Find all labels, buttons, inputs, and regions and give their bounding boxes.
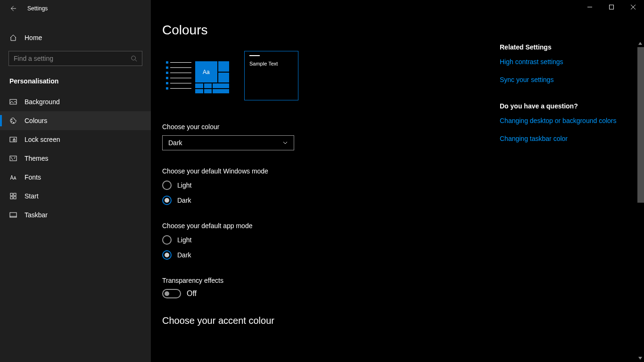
windows-mode-dark[interactable]: Dark — [162, 196, 500, 205]
app-mode-label: Choose your default app mode — [162, 222, 500, 230]
nav-home-label: Home — [25, 34, 42, 41]
right-panel: Related Settings High contrast settings … — [500, 0, 632, 362]
link-sync-settings[interactable]: Sync your settings — [500, 75, 618, 85]
nav-list: Background Colours Lock screen Themes Fo… — [0, 92, 151, 224]
palette-icon — [9, 117, 17, 124]
svg-point-0 — [132, 56, 136, 60]
chevron-down-icon — [638, 356, 643, 361]
windows-mode-label: Choose your default Windows mode — [162, 167, 500, 175]
scroll-up-button[interactable] — [636, 40, 644, 47]
scroll-down-button[interactable] — [636, 354, 644, 362]
link-changing-bg[interactable]: Changing desktop or background colors — [500, 116, 618, 126]
nav-item-start[interactable]: Start — [0, 187, 151, 206]
main: Colours Aa — [151, 0, 644, 362]
picture-icon — [9, 98, 17, 106]
svg-rect-6 — [13, 140, 15, 141]
transparency-toggle-row: Off — [162, 289, 500, 298]
preview-window-tile: Sample Text — [244, 51, 298, 100]
nav-item-lockscreen[interactable]: Lock screen — [0, 130, 151, 149]
nav-item-fonts[interactable]: Fonts — [0, 168, 151, 187]
transparency-label: Transparency effects — [162, 277, 500, 284]
radio-icon — [162, 181, 172, 190]
radio-label: Light — [177, 236, 191, 244]
radio-label: Dark — [177, 197, 191, 204]
nav-item-label: Fonts — [25, 173, 41, 181]
nav-item-label: Themes — [25, 155, 49, 162]
content: Colours Aa — [151, 0, 500, 362]
preview-start-tile: Aa — [162, 51, 233, 93]
svg-rect-10 — [10, 197, 13, 199]
transparency-toggle[interactable] — [162, 289, 181, 298]
search-wrap — [0, 51, 151, 66]
related-heading: Related Settings — [500, 43, 618, 51]
window-controls — [579, 0, 644, 14]
lockscreen-icon — [9, 136, 17, 143]
svg-point-4 — [13, 122, 14, 123]
svg-rect-7 — [10, 156, 17, 161]
nav-home[interactable]: Home — [0, 28, 151, 47]
nav-item-themes[interactable]: Themes — [0, 149, 151, 168]
scroll-thumb[interactable] — [637, 47, 644, 203]
radio-label: Dark — [177, 251, 191, 259]
preview-aa: Aa — [195, 61, 217, 82]
app-mode-light[interactable]: Light — [162, 235, 500, 245]
page-title: Colours — [162, 23, 500, 38]
windows-mode-light[interactable]: Light — [162, 181, 500, 190]
choose-colour-dropdown[interactable]: Dark — [162, 135, 294, 150]
preview-list — [166, 61, 191, 93]
preview-sample-text: Sample Text — [249, 61, 293, 66]
home-icon — [9, 34, 17, 41]
svg-rect-9 — [14, 193, 16, 196]
svg-point-2 — [11, 119, 12, 120]
svg-point-3 — [11, 121, 12, 122]
nav-item-label: Background — [25, 98, 60, 106]
question-heading: Do you have a question? — [500, 102, 618, 110]
radio-icon — [162, 235, 172, 245]
back-arrow-icon — [9, 5, 16, 12]
fonts-icon — [9, 173, 17, 181]
windows-mode-group: Choose your default Windows mode Light D… — [162, 167, 500, 205]
themes-icon — [9, 155, 17, 162]
search-icon — [131, 55, 137, 62]
choose-colour-value: Dark — [168, 139, 182, 147]
nav-item-background[interactable]: Background — [0, 92, 151, 111]
nav-item-taskbar[interactable]: Taskbar — [0, 206, 151, 224]
radio-label: Light — [177, 181, 191, 189]
radio-icon — [162, 250, 172, 260]
svg-rect-8 — [10, 193, 13, 196]
preview-tiles: Aa — [195, 61, 229, 93]
transparency-state: Off — [187, 289, 197, 298]
minimize-icon — [587, 5, 592, 9]
link-high-contrast[interactable]: High contrast settings — [500, 58, 618, 67]
accent-heading: Choose your accent colour — [162, 315, 500, 326]
chevron-up-icon — [638, 41, 643, 46]
titlebar: Settings — [0, 0, 151, 17]
minimize-button[interactable] — [579, 0, 601, 14]
nav-item-colours[interactable]: Colours — [0, 111, 151, 130]
start-icon — [9, 192, 17, 200]
choose-colour-label: Choose your colour — [162, 123, 500, 131]
back-button[interactable] — [9, 5, 16, 12]
chevron-down-icon — [282, 140, 288, 146]
maximize-icon — [609, 5, 614, 9]
preview-row: Aa Sample Text — [162, 51, 500, 100]
nav-item-label: Taskbar — [25, 211, 48, 219]
search-box[interactable] — [8, 51, 142, 66]
nav-item-label: Start — [25, 192, 39, 200]
svg-rect-15 — [610, 5, 614, 9]
category-label: Personalisation — [0, 77, 151, 85]
app-title: Settings — [27, 5, 48, 12]
app-mode-dark[interactable]: Dark — [162, 250, 500, 260]
search-input[interactable] — [14, 55, 131, 62]
scrollbar[interactable] — [636, 14, 644, 362]
maximize-button[interactable] — [601, 0, 622, 14]
app-mode-group: Choose your default app mode Light Dark — [162, 222, 500, 260]
svg-rect-11 — [14, 197, 16, 199]
sidebar: Settings Home Personalisation Background… — [0, 0, 151, 362]
taskbar-icon — [9, 211, 17, 219]
close-icon — [631, 5, 636, 9]
radio-icon — [162, 196, 172, 205]
nav-item-label: Colours — [25, 117, 47, 124]
close-button[interactable] — [622, 0, 644, 14]
link-changing-taskbar[interactable]: Changing taskbar color — [500, 134, 618, 144]
